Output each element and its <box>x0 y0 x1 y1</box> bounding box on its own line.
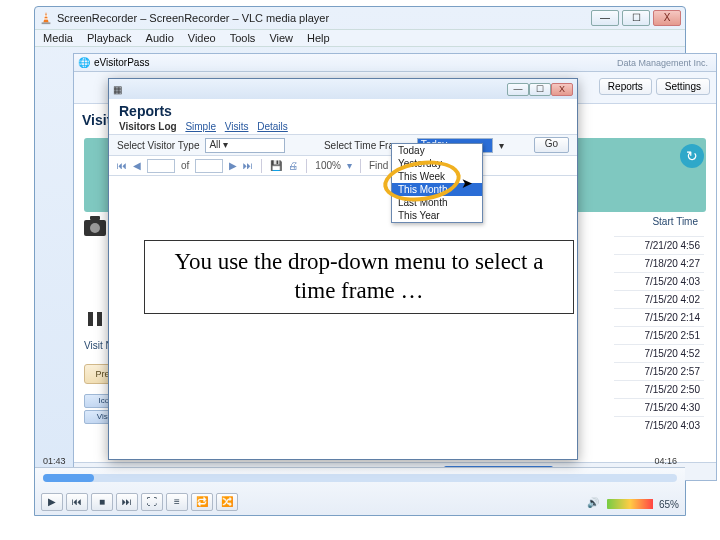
tab-visitors-log[interactable]: Visitors Log <box>119 121 177 132</box>
reports-button[interactable]: Reports <box>599 78 652 95</box>
svg-rect-2 <box>44 15 48 16</box>
menu-tools[interactable]: Tools <box>230 32 256 44</box>
dropdown-item-selected[interactable]: This Month <box>392 183 482 196</box>
globe-icon: 🌐 <box>78 57 90 68</box>
elapsed-time: 01:43 <box>43 456 66 466</box>
last-page-button[interactable]: ⏭ <box>243 160 253 171</box>
seek-bar[interactable] <box>43 474 677 482</box>
time-row[interactable]: 7/21/20 4:56 <box>614 236 704 254</box>
prev-button[interactable]: ⏮ <box>66 493 88 511</box>
print-button[interactable]: 🖨 <box>288 160 298 171</box>
tab-visits[interactable]: Visits <box>225 121 249 132</box>
reports-heading: Reports <box>119 103 567 119</box>
start-time-list: 7/21/20 4:56 7/18/20 4:27 7/15/20 4:03 7… <box>614 236 704 434</box>
play-button[interactable]: ▶ <box>41 493 63 511</box>
total-time: 04:16 <box>654 456 677 466</box>
time-row[interactable]: 7/15/20 4:02 <box>614 290 704 308</box>
volume-pct: 65% <box>659 499 679 510</box>
visitor-type-select[interactable]: All ▾ <box>205 138 285 153</box>
dropdown-item[interactable]: Today <box>392 144 482 157</box>
zoom-value[interactable]: 100% <box>315 160 341 171</box>
time-row[interactable]: 7/15/20 2:14 <box>614 308 704 326</box>
reports-close-button[interactable]: X <box>551 83 573 96</box>
stop-button[interactable]: ■ <box>91 493 113 511</box>
tab-simple[interactable]: Simple <box>185 121 216 132</box>
visitor-type-label: Select Visitor Type <box>117 140 199 151</box>
settings-button[interactable]: Settings <box>656 78 710 95</box>
first-page-button[interactable]: ⏮ <box>117 160 127 171</box>
minimize-button[interactable]: — <box>591 10 619 26</box>
svg-rect-3 <box>44 18 49 19</box>
reports-pager: ⏮ ◀ of ▶ ⏭ 💾 🖨 100% ▾ Find Next <box>109 156 577 176</box>
page-number-input[interactable] <box>147 159 175 173</box>
maximize-button[interactable]: ☐ <box>622 10 650 26</box>
time-row[interactable]: 7/15/20 2:50 <box>614 380 704 398</box>
tab-details[interactable]: Details <box>257 121 288 132</box>
reports-filter-bar: Select Visitor Type All ▾ Select Time Fr… <box>109 134 577 156</box>
speaker-icon[interactable]: 🔊 <box>587 497 601 511</box>
evp-brand-text: Data Management Inc. <box>617 58 708 68</box>
of-label: of <box>181 160 189 171</box>
menu-video[interactable]: Video <box>188 32 216 44</box>
tutorial-caption: You use the drop-down menu to select a t… <box>144 240 574 314</box>
time-frame-dropdown[interactable]: Today Yesterday This Week This Month Las… <box>391 143 483 223</box>
time-row[interactable]: 7/15/20 4:30 <box>614 398 704 416</box>
vlc-controls: 01:43 04:16 ▶ ⏮ ■ ⏭ ⛶ ≡ 🔁 🔀 🔊 65% <box>35 467 685 515</box>
page-total <box>195 159 223 173</box>
svg-marker-0 <box>43 12 48 23</box>
dropdown-item[interactable]: Last Month <box>392 196 482 209</box>
chevron-down-icon[interactable]: ▾ <box>499 140 504 151</box>
vlc-titlebar[interactable]: ScreenRecorder – ScreenRecorder – VLC me… <box>35 7 685 29</box>
svg-rect-1 <box>42 22 51 24</box>
time-row[interactable]: 7/15/20 4:52 <box>614 344 704 362</box>
vlc-cone-icon <box>39 11 53 25</box>
dropdown-item[interactable]: This Year <box>392 209 482 222</box>
dropdown-item[interactable]: This Week <box>392 170 482 183</box>
go-button[interactable]: Go <box>534 137 569 153</box>
start-time-header: Start Time <box>652 216 698 227</box>
refresh-icon[interactable]: ↻ <box>680 144 704 168</box>
pause-icon[interactable] <box>88 312 102 326</box>
next-page-button[interactable]: ▶ <box>229 160 237 171</box>
reports-window-icon: ▦ <box>113 84 122 95</box>
seek-fill <box>43 474 94 482</box>
camera-icon[interactable] <box>84 220 106 236</box>
playlist-button[interactable]: ≡ <box>166 493 188 511</box>
menu-audio[interactable]: Audio <box>146 32 174 44</box>
time-row[interactable]: 7/18/20 4:27 <box>614 254 704 272</box>
evp-tab-title: eVisitorPass <box>94 57 149 68</box>
export-button[interactable]: 💾 <box>270 160 282 171</box>
vlc-title: ScreenRecorder – ScreenRecorder – VLC me… <box>57 12 591 24</box>
dropdown-item[interactable]: Yesterday <box>392 157 482 170</box>
loop-button[interactable]: 🔁 <box>191 493 213 511</box>
menu-media[interactable]: Media <box>43 32 73 44</box>
reports-tabs: Visitors Log Simple Visits Details <box>119 121 567 132</box>
menu-playback[interactable]: Playback <box>87 32 132 44</box>
reports-maximize-button[interactable]: ☐ <box>529 83 551 96</box>
reports-titlebar[interactable]: ▦ — ☐ X <box>109 79 577 99</box>
reports-minimize-button[interactable]: — <box>507 83 529 96</box>
fullscreen-button[interactable]: ⛶ <box>141 493 163 511</box>
vlc-menubar: Media Playback Audio Video Tools View He… <box>35 29 685 47</box>
volume-slider[interactable] <box>607 499 653 509</box>
close-button[interactable]: X <box>653 10 681 26</box>
shuffle-button[interactable]: 🔀 <box>216 493 238 511</box>
menu-view[interactable]: View <box>269 32 293 44</box>
chevron-down-icon[interactable]: ▾ <box>347 160 352 171</box>
time-row[interactable]: 7/15/20 2:57 <box>614 362 704 380</box>
time-row[interactable]: 7/15/20 4:03 <box>614 272 704 290</box>
find-label: Find <box>369 160 388 171</box>
next-button[interactable]: ⏭ <box>116 493 138 511</box>
menu-help[interactable]: Help <box>307 32 330 44</box>
time-row[interactable]: 7/15/20 2:51 <box>614 326 704 344</box>
time-row[interactable]: 7/15/20 4:03 <box>614 416 704 434</box>
prev-page-button[interactable]: ◀ <box>133 160 141 171</box>
